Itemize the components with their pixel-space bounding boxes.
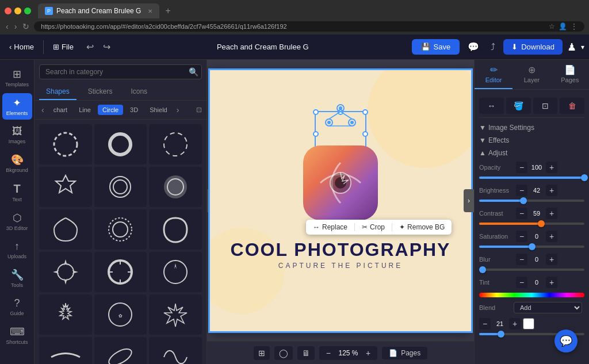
- sidebar-item-3d-editor[interactable]: ⬡ 3D Editor: [2, 208, 32, 235]
- search-input[interactable]: [39, 64, 202, 79]
- categories-next-button[interactable]: ›: [174, 104, 182, 116]
- categories-expand-button[interactable]: ⊡: [196, 106, 202, 114]
- remove-bg-button[interactable]: ✦ Remove BG: [399, 223, 445, 231]
- category-chart[interactable]: chart: [49, 105, 72, 115]
- back-button[interactable]: ‹: [5, 21, 10, 32]
- canvas-expand-right-button[interactable]: ›: [464, 189, 474, 212]
- grid-view-button[interactable]: ⊞: [254, 346, 270, 360]
- sidebar-item-uploads[interactable]: ↑ Uploads: [2, 237, 32, 263]
- eraser-button[interactable]: ◯: [274, 346, 293, 360]
- extension-icon[interactable]: ⋮: [571, 22, 577, 30]
- saturation-decrease-button[interactable]: −: [516, 231, 527, 242]
- contrast-decrease-button[interactable]: −: [516, 208, 527, 219]
- crop-tool-button[interactable]: ⊡: [533, 98, 558, 114]
- tab-stickers[interactable]: Stickers: [81, 84, 120, 100]
- blend-mode-select[interactable]: Add: [514, 302, 582, 313]
- brightness-increase-button[interactable]: +: [546, 185, 557, 196]
- fill-tool-button[interactable]: 🪣: [506, 98, 531, 114]
- categories-prev-button[interactable]: ‹: [39, 104, 47, 116]
- active-tab[interactable]: P Peach and Cream Brulee G ✕: [38, 3, 159, 18]
- shape-item-14[interactable]: ✿: [94, 294, 147, 335]
- shape-item-16[interactable]: [39, 337, 92, 364]
- redo-button[interactable]: ↪: [100, 39, 114, 55]
- saturation-increase-button[interactable]: +: [546, 231, 557, 242]
- flip-tool-button[interactable]: ↔: [479, 98, 504, 114]
- refresh-button[interactable]: ↻: [21, 21, 30, 32]
- shape-item-2[interactable]: [94, 124, 147, 164]
- shape-item-17[interactable]: [94, 337, 147, 364]
- sidebar-item-background[interactable]: 🎨 Bkground: [2, 150, 32, 177]
- blend-color-swatch[interactable]: [523, 318, 534, 329]
- effects-section[interactable]: ▼ Effects: [479, 134, 584, 147]
- tint-decrease-button[interactable]: −: [516, 277, 527, 288]
- pages-button[interactable]: 📄 Pages: [382, 347, 427, 359]
- contrast-slider[interactable]: [479, 221, 584, 228]
- shape-item-11[interactable]: [94, 252, 147, 292]
- opacity-decrease-button[interactable]: −: [516, 162, 527, 173]
- shape-item-3[interactable]: [149, 124, 202, 164]
- new-tab-button[interactable]: +: [162, 5, 174, 17]
- shape-item-10[interactable]: [39, 252, 92, 292]
- home-button[interactable]: ‹ Home: [5, 40, 39, 53]
- close-window-btn[interactable]: [5, 7, 12, 14]
- shape-item-5[interactable]: [94, 167, 147, 207]
- zoom-out-button[interactable]: −: [324, 347, 333, 359]
- handle-top-left[interactable]: [313, 109, 319, 115]
- replace-button[interactable]: ↔ Replace: [313, 223, 347, 231]
- blend-increase-button[interactable]: +: [509, 318, 521, 329]
- tint-increase-button[interactable]: +: [546, 277, 557, 288]
- brightness-slider[interactable]: [479, 198, 584, 205]
- search-button[interactable]: 🔍: [189, 67, 198, 76]
- comment-button[interactable]: 💬: [464, 39, 483, 55]
- share-button[interactable]: ⤴: [487, 40, 499, 55]
- sidebar-item-text[interactable]: T Text: [2, 179, 32, 206]
- handle-top-right[interactable]: [362, 109, 368, 115]
- handle-middle-right[interactable]: [362, 131, 368, 137]
- adjust-section[interactable]: ▲ Adjust: [479, 147, 584, 159]
- crop-button[interactable]: ✂ Crop: [362, 223, 385, 231]
- tab-pages[interactable]: 📄 Pages: [551, 60, 589, 89]
- category-shield[interactable]: Shield: [145, 105, 172, 115]
- blur-decrease-button[interactable]: −: [516, 254, 527, 265]
- tab-close-btn[interactable]: ✕: [148, 8, 152, 14]
- shape-item-7[interactable]: [39, 209, 92, 250]
- tab-icons[interactable]: Icons: [124, 84, 154, 100]
- opacity-increase-button[interactable]: +: [546, 162, 557, 173]
- chess-icon[interactable]: ♟: [567, 41, 576, 53]
- sidebar-item-guide[interactable]: ? Guide: [2, 294, 32, 320]
- shape-item-8[interactable]: [94, 209, 147, 250]
- forward-button[interactable]: ›: [13, 21, 18, 32]
- zoom-in-button[interactable]: +: [364, 347, 373, 359]
- tab-editor[interactable]: ✏ Editor: [475, 60, 512, 89]
- file-button[interactable]: ⊞ File: [48, 40, 78, 53]
- sidebar-item-templates[interactable]: ⊞ Templates: [2, 64, 32, 91]
- monitor-button[interactable]: 🖥: [297, 346, 315, 360]
- minimize-window-btn[interactable]: [14, 7, 21, 14]
- undo-button[interactable]: ↩: [83, 39, 97, 55]
- category-3d[interactable]: 3D: [125, 105, 143, 115]
- contrast-increase-button[interactable]: +: [546, 208, 557, 219]
- handle-middle-left[interactable]: [313, 131, 319, 137]
- tab-layer[interactable]: ⊕ Layer: [512, 60, 550, 89]
- shape-item-6[interactable]: [149, 167, 202, 207]
- shape-item-9[interactable]: [149, 209, 202, 250]
- blend-decrease-button[interactable]: −: [479, 318, 491, 329]
- opacity-slider[interactable]: [479, 175, 584, 182]
- shape-item-15[interactable]: [149, 294, 202, 335]
- shape-item-4[interactable]: [39, 167, 92, 207]
- image-settings-section[interactable]: ▼ Image Settings: [479, 121, 584, 134]
- download-button[interactable]: ⬇ Download: [503, 39, 563, 55]
- shape-item-13[interactable]: [39, 294, 92, 335]
- tab-shapes[interactable]: Shapes: [39, 84, 77, 100]
- more-options-button[interactable]: ▾: [581, 43, 584, 51]
- delete-tool-button[interactable]: 🗑: [560, 98, 584, 114]
- profile-icon[interactable]: 👤: [559, 22, 567, 30]
- maximize-window-btn[interactable]: [24, 7, 31, 14]
- shape-item-1[interactable]: [39, 124, 92, 164]
- saturation-slider[interactable]: [479, 244, 584, 251]
- sidebar-item-images[interactable]: 🖼 Images: [2, 122, 32, 148]
- star-icon[interactable]: ☆: [549, 22, 555, 30]
- url-bar[interactable]: https://photoaoking.com/app/#/editor/a2c…: [34, 21, 584, 32]
- sidebar-item-shortcuts[interactable]: ⌨ Shortcuts: [2, 322, 32, 348]
- category-circle[interactable]: Circle: [98, 105, 123, 115]
